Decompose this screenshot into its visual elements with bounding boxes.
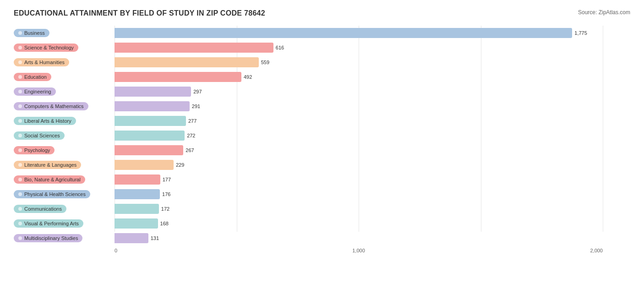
bar-row: Visual & Performing Arts168 [14, 216, 630, 231]
bar-row: Multidisciplinary Studies131 [14, 231, 630, 245]
x-axis: 01,0002,000 [14, 248, 630, 253]
bar-dot [18, 222, 22, 225]
bar-fill [115, 174, 160, 185]
chart-header: EDUCATIONAL ATTAINMENT BY FIELD OF STUDY… [14, 9, 630, 17]
bar-dot [18, 148, 22, 152]
bar-label: Engineering [14, 87, 56, 96]
bar-row: Arts & Humanities559 [14, 55, 630, 70]
bar-fill [115, 72, 241, 82]
bar-fill [115, 160, 174, 170]
bar-label: Literature & Languages [14, 161, 81, 169]
bar-row: Social Sciences272 [14, 128, 630, 143]
bar-label: Psychology [14, 146, 55, 154]
bar-row: Business1,775 [14, 26, 630, 40]
bar-dot [18, 60, 22, 64]
bar-row: Education492 [14, 70, 630, 84]
bar-label: Education [14, 73, 51, 81]
bar-value: 172 [161, 206, 169, 212]
bar-label: Bio, Nature & Agricultural [14, 175, 85, 184]
bars-area: Business1,775Science & Technology616Arts… [14, 26, 630, 245]
bar-label: Multidisciplinary Studies [14, 234, 82, 242]
bar-row: Psychology267 [14, 143, 630, 158]
x-axis-label: 0 [115, 248, 277, 253]
bar-dot [18, 31, 22, 35]
bar-label: Arts & Humanities [14, 58, 69, 66]
bar-row: Science & Technology616 [14, 40, 630, 55]
bar-fill [115, 189, 160, 199]
bar-dot [18, 207, 22, 211]
bar-value: 168 [160, 221, 169, 226]
bar-dot [18, 90, 22, 93]
x-axis-label: 2,000 [440, 248, 603, 253]
bar-fill [115, 233, 148, 243]
bar-value: 559 [261, 60, 269, 65]
bar-label: Computers & Mathematics [14, 102, 88, 110]
bar-fill [115, 116, 186, 126]
bar-dot [18, 119, 22, 123]
chart-source: Source: ZipAtlas.com [578, 9, 630, 16]
bar-value: 277 [188, 118, 196, 124]
bar-value: 291 [192, 104, 200, 109]
chart-title: EDUCATIONAL ATTAINMENT BY FIELD OF STUDY… [14, 9, 265, 17]
bar-label: Liberal Arts & History [14, 117, 76, 125]
bar-dot [18, 163, 22, 167]
bar-value: 272 [187, 133, 195, 138]
bar-fill [115, 57, 259, 67]
bar-fill [115, 28, 572, 38]
bar-value: 492 [244, 74, 252, 80]
bar-row: Communications172 [14, 202, 630, 216]
x-axis-label: 1,000 [277, 248, 440, 253]
bar-fill [115, 131, 185, 141]
chart-body: Business1,775Science & Technology616Arts… [14, 26, 630, 246]
bar-dot [18, 75, 22, 79]
bar-value: 229 [176, 162, 184, 168]
bar-fill [115, 43, 273, 53]
bar-label: Visual & Performing Arts [14, 219, 83, 228]
bar-label: Science & Technology [14, 44, 78, 52]
bar-dot [18, 104, 22, 108]
bar-row: Engineering297 [14, 84, 630, 99]
bar-fill [115, 87, 191, 97]
bar-fill [115, 204, 159, 214]
bar-fill [115, 101, 190, 111]
bar-value: 616 [276, 45, 284, 50]
bar-row: Physical & Health Sciences176 [14, 187, 630, 202]
bar-value: 176 [162, 191, 170, 197]
bar-row: Literature & Languages229 [14, 158, 630, 172]
bar-fill [115, 145, 183, 155]
bar-dot [18, 178, 22, 181]
bar-dot [18, 236, 22, 240]
chart-container: EDUCATIONAL ATTAINMENT BY FIELD OF STUDY… [0, 0, 644, 289]
bar-dot [18, 134, 22, 137]
bar-value: 297 [193, 89, 202, 94]
bar-label: Business [14, 29, 49, 37]
bar-fill [115, 218, 158, 229]
bar-label: Communications [14, 205, 66, 213]
bar-label: Physical & Health Sciences [14, 190, 90, 198]
bar-row: Computers & Mathematics291 [14, 99, 630, 114]
bar-value: 1,775 [574, 30, 587, 36]
bar-row: Bio, Nature & Agricultural177 [14, 172, 630, 187]
bar-label: Social Sciences [14, 131, 65, 140]
bar-dot [18, 46, 22, 49]
bar-row: Liberal Arts & History277 [14, 114, 630, 128]
bar-value: 267 [186, 147, 194, 153]
bar-value: 177 [163, 177, 171, 182]
bar-dot [18, 192, 22, 196]
bar-value: 131 [151, 235, 159, 241]
